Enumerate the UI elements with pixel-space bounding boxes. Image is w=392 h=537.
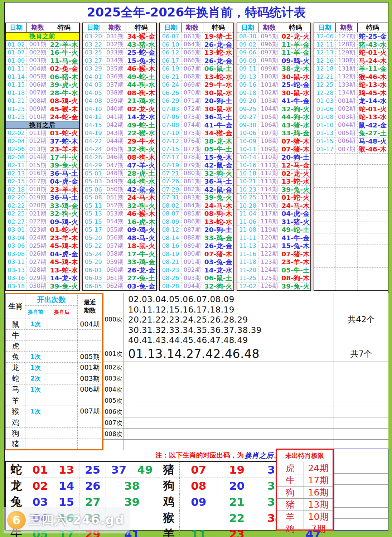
table-row: 10-28116期24-马-木 — [237, 202, 311, 210]
period-cell: 048期 — [104, 170, 126, 178]
freq-numbers — [124, 395, 334, 406]
stats-before-count-cell — [25, 428, 46, 438]
code-cell: 25-蛇-金 — [126, 49, 156, 57]
table-row: 10-11109期07-猪-木 — [237, 145, 311, 153]
empty-row — [314, 279, 388, 290]
code-cell: 15-兔-木 — [203, 154, 233, 161]
code-cell — [358, 256, 388, 267]
map-zodiac-label: 蛇 — [6, 462, 27, 478]
map-number-cell: 37 — [106, 462, 132, 478]
stats-row: 马1次006期 — [6, 384, 102, 395]
date-cell — [314, 233, 335, 245]
date-cell: 05-20 — [83, 234, 104, 242]
code-cell: 15-兔-木 — [126, 57, 156, 65]
table-row: 08-09086期13-蛇-水 — [160, 218, 233, 226]
freq-numbers: 02.03.04.05.06.07.08.0910.11.12.15.16.17… — [124, 293, 334, 346]
date-cell — [314, 256, 335, 267]
period-cell: 111期 — [258, 161, 280, 169]
period-cell — [336, 245, 358, 256]
table-row: 10-09108期07-猪-木 — [237, 137, 311, 145]
date-cell: 02-22 — [6, 202, 27, 210]
date-cell: 03-08 — [6, 250, 27, 258]
table-row: 03-08026期04-虎-金 — [6, 250, 79, 258]
date-cell: 05-11 — [83, 202, 104, 210]
date-cell: 06-21 — [160, 73, 181, 81]
period-cell: 075期 — [182, 129, 203, 137]
code-cell: 猪-43-水 — [358, 41, 388, 49]
table-row: 08-26093期06-鼠-土 — [160, 274, 233, 282]
date-cell: 05-08 — [83, 194, 104, 202]
date-cell: 04-03 — [83, 81, 104, 89]
code-cell: 03-兔-金 — [126, 282, 156, 290]
stats-zodiac-cell: 狗 — [6, 428, 25, 438]
code-cell: 29-牛-水 — [203, 81, 233, 89]
code-cell — [358, 188, 388, 199]
table-header-row: 日期期数特码 — [237, 23, 311, 32]
freq-count-label: 005次 — [103, 395, 124, 406]
blue-grid-cell — [361, 508, 388, 519]
period-cell: 134期 — [336, 89, 358, 97]
code-cell: 45-鸡-木 — [49, 242, 79, 250]
freq-tally — [334, 384, 388, 395]
code-cell: 41-牛-金 — [280, 234, 310, 242]
date-cell: 07-17 — [160, 154, 181, 161]
period-cell: 032期 — [104, 41, 126, 49]
table-row: 08-28094期32-狗-火 — [160, 282, 233, 290]
date-cell: 06-05 — [83, 282, 104, 290]
code-cell: 48-马-火 — [126, 234, 156, 242]
period-cell: 053期 — [104, 210, 126, 218]
code-cell: 20-狗-土 — [203, 97, 233, 105]
date-cell: 01-07 — [6, 49, 27, 57]
blue-grid-cell — [334, 519, 361, 530]
code-cell: 05-牛-土 — [280, 266, 310, 274]
period-cell: 029期 — [27, 274, 49, 282]
period-cell — [336, 268, 358, 279]
table-row: 07-12076期38-龙-木 — [160, 137, 233, 145]
code-cell: 39-兔-火 — [203, 194, 233, 202]
table-row: 08-12087期20-狗-土 — [160, 226, 233, 234]
period-cell: 014期 — [27, 154, 49, 161]
table-row: 09-02096期11-羊-金 — [237, 40, 311, 49]
table-row: 05-17055期09-鸡-火 — [83, 226, 156, 234]
col-header-code: 特码 — [358, 23, 388, 32]
code-cell: 36-马-土 — [203, 113, 233, 121]
freq-numbers-line: 40.41.43.44.45.46.47.48.49 — [128, 335, 334, 345]
date-cell: 10-21 — [237, 178, 258, 185]
date-cell: 01-15 — [314, 137, 335, 145]
code-cell — [358, 199, 388, 210]
code-cell: 24-马-木 — [280, 202, 310, 210]
code-cell: 蛇-01-火 — [358, 105, 388, 113]
period-cell: 082期 — [182, 186, 203, 194]
date-cell: 01-06 — [314, 105, 335, 113]
table-row: 11-18123期23-羊-木 — [237, 258, 311, 266]
table-row: 03-18030期39-兔-火 — [6, 282, 79, 290]
code-cell: 01-蛇-火 — [49, 226, 79, 234]
table-row: 01-23009期45-猴-木 — [6, 105, 79, 113]
code-cell: 龙-14-水 — [358, 97, 388, 105]
date-cell: 09-09 — [237, 57, 258, 65]
date-cell: 01-11 — [6, 65, 27, 73]
period-cell: 092期 — [182, 266, 203, 274]
blue-grid-cell — [361, 496, 388, 507]
date-cell — [314, 245, 335, 256]
date-cell: 08-14 — [160, 234, 181, 242]
stats-row: 龙1次001期 — [6, 362, 102, 373]
table-header-row: 日期期数特码 — [314, 23, 388, 32]
period-cell: 024期 — [27, 234, 49, 242]
col-header-period: 期数 — [182, 23, 203, 32]
date-cell: 02-02 — [6, 129, 27, 137]
period-cell: 132期 — [336, 73, 358, 81]
date-cell: 09-20 — [237, 97, 258, 105]
table-row: 06-29071期20-狗-土 — [160, 97, 233, 105]
period-cell: 015期 — [27, 161, 49, 169]
code-cell: 46-猴-木 — [126, 210, 156, 218]
period-cell: 002期 — [27, 49, 49, 57]
limit-zodiac-cell: 羊 — [277, 511, 304, 523]
stats-row: 牛 — [6, 329, 102, 340]
code-cell: 30-鼠-水 — [280, 73, 310, 81]
date-cell: 10-25 — [237, 194, 258, 202]
table-header-row: 日期期数特码 — [6, 23, 79, 32]
limit-zodiac-cell: 狗 — [277, 487, 304, 498]
date-cell: 10-16 — [237, 161, 258, 169]
period-cell: 018期 — [27, 186, 49, 194]
